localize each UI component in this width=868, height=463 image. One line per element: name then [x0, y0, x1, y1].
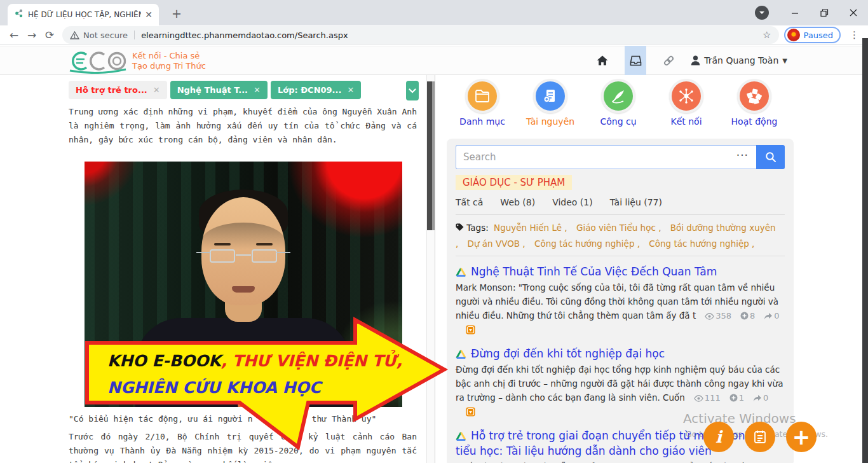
result-description: Cuốn tài liệu Giáo viên hỗ trợ trẻ trong… — [456, 460, 785, 463]
bookmark-star-icon[interactable]: ☆ — [763, 29, 771, 41]
extension-paused-badge[interactable]: Paused — [784, 27, 841, 43]
collapse-chevron-button[interactable] — [406, 81, 419, 100]
add-fab-button[interactable]: + — [786, 422, 817, 452]
not-secure-label: Not secure — [83, 31, 128, 40]
nav-item-cong-cu[interactable]: Công cụ — [587, 79, 650, 127]
doc-tab-2[interactable]: Nghệ Thuật T... ✕ — [170, 81, 268, 99]
result-title-row: Nghệ Thuật Tinh Tế Của Việc Đếch Quan Tâ… — [456, 264, 785, 279]
tag-link[interactable]: Nguyễn Hiến Lê — [494, 223, 567, 233]
photo-glasses-arm-left — [196, 252, 210, 253]
document-icon[interactable] — [533, 79, 567, 113]
shares-stat[interactable]: 0 — [764, 311, 779, 321]
nav-item-hoat-dong[interactable]: Hoạt động — [722, 79, 786, 127]
tab-close-icon[interactable]: ✕ — [145, 10, 153, 20]
back-icon[interactable]: ← — [5, 26, 23, 44]
plus-circle-icon — [740, 312, 749, 320]
activity-cards-icon[interactable] — [737, 79, 771, 113]
info-fab-button[interactable]: i — [703, 422, 734, 452]
search-box: ··· — [456, 145, 756, 169]
photo-glasses-right — [252, 249, 277, 263]
nav-item-danh-muc[interactable]: Danh mục — [451, 79, 514, 127]
filter-all[interactable]: Tất cả — [456, 197, 483, 207]
restore-button[interactable] — [810, 0, 839, 25]
favicon-icon — [14, 8, 24, 21]
tags-row: Tags: Nguyễn Hiến Lê Giáo viên Tiểu học … — [456, 215, 785, 256]
banner-text-line2: NGHIÊN CỨU KHOA HỌC — [107, 378, 321, 397]
nav-label[interactable]: Tài nguyên — [519, 116, 582, 127]
site-logo[interactable]: Kết nối - Chia sẻ Tạo dựng Tri Thức — [69, 48, 206, 74]
close-window-button[interactable] — [839, 0, 868, 25]
category-badge[interactable]: GIÁO DỤC - SƯ PHẠM — [456, 175, 572, 190]
search-input[interactable] — [456, 145, 756, 169]
resources-drive-icon[interactable] — [625, 46, 646, 75]
doc-tab-3-close-icon[interactable]: ✕ — [347, 85, 354, 95]
search-result: Đừng đợi đến khi tốt nghiệp đại học Đừng… — [456, 346, 785, 420]
eye-icon — [705, 313, 714, 320]
result-filters: Tất cả Web (8) Video (1) Tài liệu (77) — [456, 197, 785, 215]
new-tab-button[interactable]: + — [169, 6, 184, 21]
tag-link[interactable]: Công tác hướng nghiệp — [534, 238, 640, 249]
article-paragraph-1: Trung ương xác định những vi phạm, khuyế… — [69, 105, 417, 147]
filter-web[interactable]: Web (8) — [500, 197, 535, 207]
download-button[interactable] — [466, 324, 475, 338]
doc-tab-1-close-icon[interactable]: ✕ — [153, 85, 160, 95]
nav-label[interactable]: Hoạt động — [722, 116, 786, 127]
filter-documents[interactable]: Tài liệu (77) — [610, 197, 662, 207]
photo-mouth — [232, 286, 255, 293]
minimize-button[interactable] — [780, 0, 810, 25]
left-pane-scrollbar-thumb[interactable] — [427, 81, 435, 230]
address-bar[interactable]: Not secure elearningdttec.phanmemdaotao.… — [62, 26, 779, 44]
tagline-line1: Kết nối - Chia sẻ — [132, 51, 206, 61]
likes-stat[interactable]: 1 — [729, 393, 744, 403]
notes-fab-button[interactable] — [745, 422, 775, 452]
reload-icon[interactable]: ⟳ — [41, 26, 58, 44]
doc-tab-1[interactable]: Hỗ trợ trẻ tro... ✕ — [69, 81, 167, 99]
link-icon[interactable] — [659, 49, 678, 72]
not-secure-warning-icon[interactable] — [70, 31, 79, 39]
page-scrollbar[interactable] — [862, 38, 868, 463]
views-count: 358 — [715, 311, 731, 321]
extension-logo-icon — [787, 29, 800, 41]
search-bar: ··· — [456, 145, 785, 169]
doc-tab-2-close-icon[interactable]: ✕ — [254, 85, 261, 95]
photo-glasses-arm-right — [276, 252, 290, 253]
quill-icon[interactable] — [601, 79, 635, 113]
download-button[interactable] — [466, 406, 475, 420]
drive-icon — [456, 431, 466, 441]
search-more-options[interactable]: ··· — [736, 149, 749, 162]
folder-icon[interactable] — [465, 79, 499, 113]
url-text[interactable]: elearningdttec.phanmemdaotao.com/Search.… — [141, 31, 348, 40]
doc-tab-3[interactable]: Lớp: ĐCN09... ✕ — [271, 81, 361, 99]
tag-link[interactable]: Dự án VVOB — [468, 238, 526, 249]
nav-item-ket-noi[interactable]: Kết nối — [654, 79, 718, 127]
share-arrow-icon — [753, 394, 762, 402]
window-controls — [755, 0, 868, 25]
shares-count: 0 — [774, 311, 779, 321]
user-name: Trần Quang Toàn — [704, 55, 778, 66]
likes-stat[interactable]: 8 — [740, 311, 755, 321]
photo-brow-left — [214, 243, 231, 245]
nav-label[interactable]: Công cụ — [587, 116, 650, 127]
tag-icon — [456, 223, 464, 232]
nav-item-tai-nguyen[interactable]: Tài nguyên — [519, 79, 582, 127]
forward-icon[interactable]: → — [23, 26, 41, 44]
tag-link[interactable]: Công tác hướng nghiệp — [649, 238, 754, 249]
media-control-button[interactable] — [755, 6, 769, 20]
site-header: Kết nối - Chia sẻ Tạo dựng Tri Thức Trần… — [0, 46, 862, 75]
home-icon[interactable] — [593, 49, 612, 72]
shares-stat[interactable]: 0 — [753, 393, 768, 403]
filter-video[interactable]: Video (1) — [552, 197, 593, 207]
nav-label[interactable]: Kết nối — [654, 116, 718, 127]
network-hub-icon[interactable] — [669, 79, 703, 113]
nav-label[interactable]: Danh mục — [451, 116, 514, 127]
header-actions: Trần Quang Toàn ▼ — [593, 46, 787, 74]
browser-tab[interactable]: HỆ DỮ LIỆU HỌC TẬP, NGHIÊN C ✕ — [8, 4, 159, 25]
browser-menu-icon[interactable]: ⋮ — [846, 29, 863, 41]
user-menu[interactable]: Trần Quang Toàn ▼ — [691, 55, 787, 66]
tag-link[interactable]: Giáo viên Tiểu học — [576, 223, 661, 233]
result-title-link[interactable]: Nghệ Thuật Tinh Tế Của Việc Đếch Quan Tâ… — [471, 265, 717, 278]
search-button[interactable] — [756, 145, 785, 169]
paused-label: Paused — [804, 31, 833, 40]
photo-glasses-left — [210, 249, 235, 263]
result-title-link[interactable]: Đừng đợi đến khi tốt nghiệp đại học — [471, 347, 665, 360]
